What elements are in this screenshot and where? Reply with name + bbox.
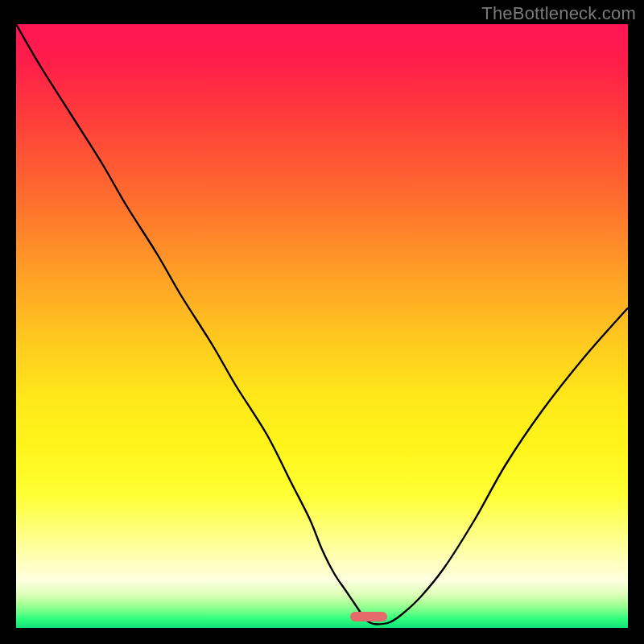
optimal-point-marker [350,612,387,621]
bottleneck-curve [16,24,628,628]
curve-path [16,24,628,625]
attribution-text: TheBottleneck.com [481,3,636,24]
plot-frame [16,24,628,628]
